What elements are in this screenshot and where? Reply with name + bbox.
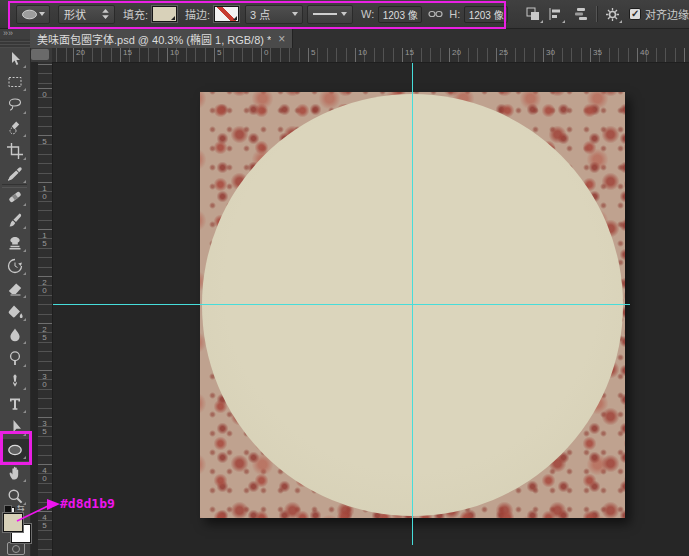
close-tab-icon[interactable]: × xyxy=(278,33,285,45)
paint-bucket-tool[interactable] xyxy=(0,301,29,323)
path-arrangement-icon xyxy=(574,7,588,21)
ellipse-tool[interactable] xyxy=(0,439,29,461)
align-edges-checkbox[interactable] xyxy=(629,8,641,20)
shape-height-value: 1203 像 xyxy=(469,7,504,22)
spot-healing-brush-tool-icon xyxy=(7,189,23,205)
horizontal-ruler[interactable]: 20151050510152025303540 xyxy=(52,48,689,63)
ruler-v-label: 25 xyxy=(40,325,48,341)
document-tab[interactable]: 美味面包圈字体.psd @ 40.3% (椭圆 1, RGB/8) * × xyxy=(30,28,293,48)
history-brush-tool-icon xyxy=(7,258,23,274)
ruler-h-label: 35 xyxy=(593,48,602,57)
tool-mode-select[interactable]: 形状 xyxy=(58,5,115,24)
tool-mode-value: 形状 xyxy=(64,6,86,22)
swatch-caret-icon xyxy=(171,16,175,20)
rectangular-marquee-tool[interactable] xyxy=(0,71,29,93)
path-alignment-icon xyxy=(548,7,562,21)
ruler-h-label: 15 xyxy=(123,48,132,57)
ruler-h-label: 20 xyxy=(452,48,461,57)
clone-stamp-tool[interactable] xyxy=(0,232,29,254)
path-arrangement-button[interactable] xyxy=(570,4,592,24)
path-selection-tool[interactable] xyxy=(0,416,29,438)
brush-tool-icon xyxy=(7,212,23,228)
hand-tool[interactable] xyxy=(0,462,29,484)
horizontal-guide[interactable] xyxy=(52,304,630,305)
ruler-v-label: 45 xyxy=(40,513,48,529)
document-title: 美味面包圈字体.psd @ 40.3% (椭圆 1, RGB/8) * xyxy=(37,31,271,47)
foreground-color-swatch[interactable] xyxy=(3,513,23,532)
ruler-v-label: 30 xyxy=(40,372,48,388)
caret-down-icon xyxy=(292,12,298,16)
ruler-v-label: 10 xyxy=(40,184,48,200)
caret-down-icon xyxy=(341,12,347,16)
height-label: H: xyxy=(449,8,460,20)
fill-swatch[interactable] xyxy=(152,6,177,22)
ellipse-tool-icon xyxy=(7,442,23,458)
ruler-v-label: 0 xyxy=(40,90,48,98)
options-bar: 形状 填充: 描边: 3 点 W: 1203 像 H: 1203 像 xyxy=(0,0,689,29)
ruler-h-label: 10 xyxy=(358,48,367,57)
ruler-h-label: 40 xyxy=(640,48,649,57)
eyedropper-tool[interactable] xyxy=(0,163,29,185)
clone-stamp-tool-icon xyxy=(7,235,23,251)
ruler-h-label: 5 xyxy=(311,48,315,57)
shape-width-field[interactable]: 1203 像 xyxy=(378,6,422,23)
vertical-ruler[interactable]: 051015202530354045 xyxy=(38,62,53,556)
document-tab-bar: 美味面包圈字体.psd @ 40.3% (椭圆 1, RGB/8) * × xyxy=(30,28,689,48)
dodge-tool[interactable] xyxy=(0,347,29,369)
crop-tool[interactable] xyxy=(0,140,29,162)
ruler-h-label: 5 xyxy=(217,48,221,57)
tool-preset-picker[interactable] xyxy=(16,5,50,24)
ruler-v-label: 40 xyxy=(40,466,48,482)
ruler-v-label: 5 xyxy=(40,137,48,145)
ruler-h-label: 20 xyxy=(76,48,85,57)
eyedropper-tool-icon xyxy=(7,166,23,182)
blur-tool-icon xyxy=(7,327,23,343)
history-brush-tool[interactable] xyxy=(0,255,29,277)
tool-panel-header[interactable]: »» xyxy=(0,28,30,48)
quick-mask-button[interactable] xyxy=(7,542,25,555)
blur-tool[interactable] xyxy=(0,324,29,346)
solid-line-icon xyxy=(313,13,337,15)
stroke-swatch-no-color[interactable] xyxy=(214,6,239,22)
pen-tool[interactable] xyxy=(0,370,29,392)
zoom-tool-icon xyxy=(7,488,23,504)
ruler-h-label: 30 xyxy=(546,48,555,57)
lasso-tool-icon xyxy=(7,97,23,113)
lasso-tool[interactable] xyxy=(0,94,29,116)
path-alignment-button[interactable] xyxy=(544,4,566,24)
stroke-type-combo[interactable] xyxy=(307,5,353,24)
path-operations-button[interactable] xyxy=(522,4,544,24)
ruler-origin-corner[interactable] xyxy=(30,48,52,62)
tool-panel: ⇆ xyxy=(0,48,31,556)
ruler-h-label: 25 xyxy=(499,48,508,57)
type-tool[interactable] xyxy=(0,393,29,415)
stroke-label: 描边: xyxy=(185,6,210,22)
zoom-tool[interactable] xyxy=(0,485,29,507)
ruler-h-label: 0 xyxy=(264,48,268,57)
color-note-text: #d8d1b9 xyxy=(60,496,115,511)
panel-grip xyxy=(0,39,30,48)
ellipse-preset-icon xyxy=(21,9,38,20)
ruler-h-label: 10 xyxy=(170,48,179,57)
eraser-tool-icon xyxy=(7,281,23,297)
width-label: W: xyxy=(361,8,374,20)
move-tool[interactable] xyxy=(0,48,29,70)
crop-tool-icon xyxy=(7,143,23,159)
gear-icon xyxy=(605,7,620,22)
ruler-v-label: 20 xyxy=(40,278,48,294)
swatch-caret-icon xyxy=(233,16,237,20)
ruler-v-label: 35 xyxy=(40,419,48,435)
caret-down-icon xyxy=(39,12,45,16)
shape-height-field[interactable]: 1203 像 xyxy=(464,6,508,23)
path-selection-tool-icon xyxy=(7,419,23,435)
spot-healing-brush-tool[interactable] xyxy=(0,186,29,208)
link-wh-icon[interactable] xyxy=(428,9,443,19)
quick-selection-tool[interactable] xyxy=(0,117,29,139)
stroke-width-combo[interactable]: 3 点 xyxy=(245,5,303,24)
geometry-options-button[interactable] xyxy=(601,4,623,24)
vertical-guide[interactable] xyxy=(412,58,413,545)
eraser-tool[interactable] xyxy=(0,278,29,300)
collapse-panel-icon[interactable]: »» xyxy=(3,28,13,38)
stroke-width-value: 3 点 xyxy=(250,6,270,22)
brush-tool[interactable] xyxy=(0,209,29,231)
